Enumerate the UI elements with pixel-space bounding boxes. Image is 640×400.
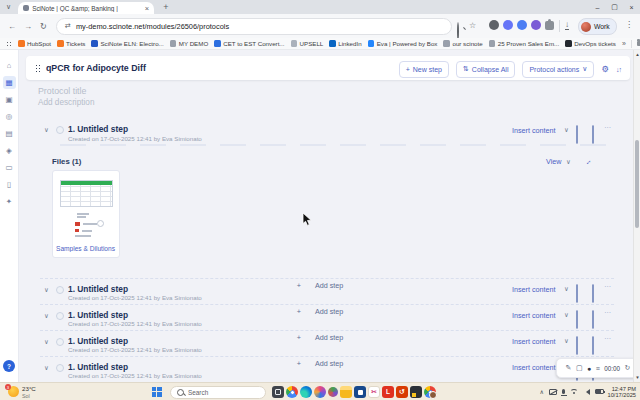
restart-icon[interactable]: ↻: [625, 364, 631, 372]
step-checkbox[interactable]: [56, 126, 64, 134]
step-checkbox[interactable]: [56, 364, 64, 372]
taskbar-snipping-icon[interactable]: ✂: [368, 386, 380, 398]
taskbar-clock[interactable]: 12:47 PM 10/17/2025: [608, 386, 636, 399]
step-title[interactable]: 1. Untitled step: [68, 362, 128, 372]
step-menu-icon[interactable]: ⋯: [604, 335, 611, 343]
record-icon[interactable]: ●: [587, 365, 591, 372]
step-collapse-chevron-icon[interactable]: ∨: [44, 286, 49, 294]
scrollbar-thumb[interactable]: [635, 140, 639, 228]
insert-content-chevron-icon[interactable]: ∨: [564, 285, 569, 293]
bookmark-item[interactable]: Tickets: [57, 40, 85, 47]
collapse-all-button[interactable]: ⇅ Collapse All: [456, 61, 515, 78]
devices-icon[interactable]: ▭: [3, 161, 16, 174]
profile-button[interactable]: Work: [578, 18, 617, 35]
scroll-down-icon[interactable]: ▼: [634, 375, 640, 380]
tab-search-icon[interactable]: ∨: [6, 3, 11, 11]
shield-icon[interactable]: ◈: [3, 144, 16, 157]
inventories-icon[interactable]: ▣: [3, 93, 16, 106]
settings-gear-icon[interactable]: ⚙: [601, 64, 609, 74]
step-menu-icon[interactable]: ⋯: [604, 309, 611, 317]
modules-grid-icon[interactable]: ▦: [3, 76, 16, 89]
new-step-button[interactable]: + New step: [399, 61, 449, 78]
protocol-title-input[interactable]: Protocol title: [38, 86, 86, 96]
taskbar-task-view-icon[interactable]: [272, 386, 284, 398]
downloads-icon[interactable]: ↓: [565, 20, 569, 30]
comments-icon[interactable]: [576, 125, 578, 144]
address-bar[interactable]: ⇄ my-demo.scinote.net/modules/26506/prot…: [56, 18, 452, 35]
step-menu-icon[interactable]: ⋯: [604, 124, 611, 132]
step-collapse-chevron-icon[interactable]: ∨: [44, 338, 49, 346]
taskbar-chrome-profile-icon[interactable]: [424, 386, 436, 398]
step-checkbox[interactable]: [56, 312, 64, 320]
step-checkbox[interactable]: [56, 286, 64, 294]
protocol-description-input[interactable]: Add description: [38, 98, 94, 107]
apps-grid-icon[interactable]: [6, 41, 12, 47]
taskbar-edge-icon[interactable]: [300, 386, 312, 398]
step-menu-icon[interactable]: ⋯: [604, 283, 611, 291]
window-maximize-button[interactable]: ▢: [606, 0, 623, 14]
insert-content-button[interactable]: Insert content: [512, 285, 556, 294]
new-tab-button[interactable]: +: [163, 2, 168, 12]
bookmark-item[interactable]: HubSpot: [18, 40, 51, 47]
battery-icon[interactable]: [595, 389, 604, 394]
taskbar-copilot-icon[interactable]: [314, 386, 326, 398]
sort-steps-icon[interactable]: ↓↑: [616, 66, 621, 73]
extension-icon-3[interactable]: [517, 20, 527, 30]
wifi-icon[interactable]: [570, 389, 578, 395]
window-minimize-button[interactable]: –: [589, 0, 606, 14]
drag-handle-icon[interactable]: [35, 64, 41, 72]
step-checkbox[interactable]: [56, 338, 64, 346]
bookmark-item[interactable]: LinkedIn: [329, 40, 361, 47]
browser-tab[interactable]: SciNote | QC &amp; Banking | ×: [18, 2, 154, 14]
files-view-button[interactable]: View: [546, 157, 561, 166]
step-collapse-chevron-icon[interactable]: ∨: [44, 312, 49, 320]
forward-button[interactable]: →: [24, 22, 32, 31]
bookmark-item[interactable]: MY DEMO: [170, 40, 208, 47]
page-scrollbar[interactable]: ▲ ▼: [633, 50, 640, 382]
view-chevron-icon[interactable]: ∨: [566, 158, 571, 166]
reload-button[interactable]: ↻: [40, 22, 47, 31]
taskbar-capture-icon[interactable]: [410, 386, 422, 398]
stop-icon[interactable]: ▢: [576, 364, 583, 372]
insert-content-chevron-icon[interactable]: ∨: [564, 311, 569, 319]
step-collapse-chevron-icon[interactable]: ∨: [44, 126, 49, 134]
insert-content-button[interactable]: Insert content: [512, 363, 556, 372]
hidden-icons-chevron-icon[interactable]: ∧: [540, 388, 544, 395]
pin-icon[interactable]: ✦: [3, 195, 16, 208]
bookmark-item[interactable]: Eva | Powered by Box: [368, 40, 438, 47]
extension-icon-2[interactable]: [503, 20, 513, 30]
bookmark-star-icon[interactable]: ☆: [469, 21, 476, 30]
insert-content-button[interactable]: Insert content: [512, 311, 556, 320]
taskbar-designer-icon[interactable]: [328, 387, 338, 397]
tab-close-icon[interactable]: ×: [145, 4, 149, 13]
insert-content-button[interactable]: Insert content: [512, 126, 556, 135]
start-button[interactable]: [152, 387, 162, 397]
browser-menu-icon[interactable]: ⋮: [625, 20, 633, 29]
window-close-button[interactable]: ×: [623, 0, 640, 14]
volume-icon[interactable]: [583, 389, 590, 395]
taskbar-app-l-icon[interactable]: L: [382, 386, 394, 398]
taskbar-chrome-icon[interactable]: [286, 386, 298, 398]
insert-content-chevron-icon[interactable]: ∨: [564, 337, 569, 345]
step-title[interactable]: 1. Untitled step: [68, 310, 128, 320]
bookmark-item[interactable]: DevOps tickets: [565, 40, 616, 47]
taskbar-explorer-icon[interactable]: [340, 386, 352, 398]
step-title[interactable]: 1. Untitled step: [68, 336, 128, 346]
notebook-icon[interactable]: ▯: [3, 178, 16, 191]
insert-content-chevron-icon[interactable]: ∨: [564, 126, 569, 134]
taskbar-app-sync-icon[interactable]: ↺: [396, 386, 408, 398]
insert-content-button[interactable]: Insert content: [512, 337, 556, 346]
extension-icon-1[interactable]: [489, 20, 499, 30]
extension-icon-4[interactable]: [531, 20, 541, 30]
bookmarks-overflow-icon[interactable]: »: [622, 40, 626, 47]
bookmark-item[interactable]: SciNote ELN: Electro...: [91, 40, 163, 47]
scroll-up-icon[interactable]: ▲: [634, 52, 640, 57]
cast-off-icon[interactable]: [549, 389, 557, 395]
expand-files-icon[interactable]: ↔: [582, 156, 594, 168]
microphone-icon[interactable]: [562, 389, 565, 394]
bookmark-item[interactable]: CET to EST Convert...: [214, 40, 284, 47]
pencil-icon[interactable]: ✎: [566, 364, 572, 372]
back-button[interactable]: ←: [8, 22, 16, 31]
bookmark-item[interactable]: UPSELL: [291, 40, 324, 47]
weather-temp[interactable]: 23°C: [22, 385, 36, 392]
